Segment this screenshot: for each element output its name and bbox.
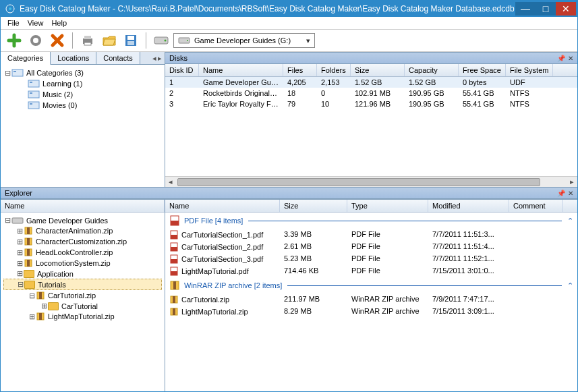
col-explorer-name[interactable]: Name <box>1 200 165 212</box>
scroll-left-icon[interactable]: ◂ <box>165 177 176 186</box>
tree-node-learning[interactable]: Learning (1) <box>42 80 82 88</box>
file-row[interactable]: CarTutorialSection_3.pdf5.23 MBPDF File7… <box>165 253 577 265</box>
col-fs[interactable]: File System <box>506 64 553 76</box>
scroll-right-icon[interactable]: ▸ <box>567 177 577 186</box>
file-row[interactable]: LightMapTutorial.pdf714.46 KBPDF File7/1… <box>165 265 577 277</box>
open-button[interactable] <box>100 31 119 50</box>
collapse-group-icon[interactable]: ⌃ <box>567 217 573 225</box>
panel-close-icon[interactable]: ✕ <box>568 55 573 62</box>
expand-icon[interactable]: ⊞ <box>16 248 24 257</box>
tree-node[interactable]: Application <box>37 270 74 278</box>
tree-node[interactable]: LocomotionSystem.zip <box>36 259 111 267</box>
menu-help[interactable]: Help <box>51 19 67 27</box>
disk-row[interactable]: 1Game Developer Guides4,2052,1531.52 GB1… <box>165 77 577 88</box>
tree-node-all[interactable]: All Categories (3) <box>26 69 84 77</box>
file-grid-header: Name Size Type Modified Comment <box>165 200 577 213</box>
collapse-icon[interactable]: ⊟ <box>16 280 24 289</box>
expand-icon[interactable]: ⊞ <box>28 312 36 321</box>
col-folders[interactable]: Folders <box>317 64 351 76</box>
minimize-button[interactable]: — <box>515 2 536 16</box>
add-button[interactable] <box>5 31 24 50</box>
category-icon <box>11 68 24 78</box>
tree-node[interactable]: CarTutorial.zip <box>48 291 96 300</box>
settings-button[interactable] <box>26 31 45 50</box>
col-file-name[interactable]: Name <box>165 200 280 212</box>
col-free[interactable]: Free Space <box>459 64 506 76</box>
maximize-button[interactable]: □ <box>536 2 556 16</box>
col-file-modified[interactable]: Modified <box>428 200 509 212</box>
disk-row[interactable]: 2Rocketbirds Original So...180102.91 MB1… <box>165 88 577 99</box>
expand-icon[interactable]: ⊞ <box>16 237 24 246</box>
col-name[interactable]: Name <box>199 64 283 76</box>
explorer-tree[interactable]: ⊟Game Developer Guides ⊞CharacterAnimati… <box>1 213 165 391</box>
tab-scroll-right-icon[interactable]: ▸ <box>158 54 162 63</box>
col-files[interactable]: Files <box>283 64 317 76</box>
menu-view[interactable]: View <box>28 19 44 27</box>
tree-node-movies[interactable]: Movies (0) <box>42 101 77 109</box>
tab-scroll-left-icon[interactable]: ◂ <box>152 54 156 63</box>
svg-rect-42 <box>171 259 177 263</box>
close-button[interactable]: ✕ <box>556 2 576 16</box>
collapse-icon[interactable]: ⊟ <box>28 291 36 300</box>
drive-select-label: Game Developer Guides (G:) <box>194 36 291 45</box>
titlebar[interactable]: Easy Disk Catalog Maker - C:\Users\Ravi.… <box>1 1 577 17</box>
group-pdf[interactable]: PDF File [4 items]⌃ <box>165 213 577 229</box>
col-file-size[interactable]: Size <box>280 200 347 212</box>
svg-point-3 <box>34 39 37 42</box>
pin-icon[interactable]: 📌 <box>557 190 565 197</box>
expand-icon[interactable]: ⊞ <box>16 259 24 268</box>
file-row[interactable]: CarTutorialSection_1.pdf3.39 MBPDF File7… <box>165 229 577 241</box>
scan-drive-button[interactable] <box>152 31 171 50</box>
tab-locations[interactable]: Locations <box>51 52 96 64</box>
tree-node[interactable]: CharacterAnimation.zip <box>36 227 113 235</box>
tab-categories[interactable]: Categories <box>1 52 51 65</box>
col-diskid[interactable]: Disk ID <box>165 64 199 76</box>
collapse-icon[interactable]: ⊟ <box>3 216 11 225</box>
tree-node[interactable]: CharacterCustomization.zip <box>36 237 127 246</box>
collapse-icon[interactable]: ⊟ <box>3 69 11 78</box>
file-row[interactable]: LightMapTutorial.zip8.29 MBWinRAR ZIP ar… <box>165 306 577 318</box>
drive-select[interactable]: Game Developer Guides (G:) <box>173 33 315 48</box>
tree-root[interactable]: Game Developer Guides <box>26 217 108 225</box>
panel-close-icon[interactable]: ✕ <box>568 190 573 197</box>
collapse-group-icon[interactable]: ⌃ <box>567 281 573 290</box>
file-row[interactable]: CarTutorial.zip211.97 MBWinRAR ZIP archi… <box>165 293 577 306</box>
disks-hscrollbar[interactable]: ◂▸ <box>165 176 577 187</box>
pdf-icon <box>169 267 179 276</box>
expand-icon[interactable]: ⊞ <box>16 269 24 278</box>
categories-tree[interactable]: ⊟All Categories (3) Learning (1) Music (… <box>1 65 165 187</box>
svg-rect-38 <box>171 235 177 239</box>
pdf-icon <box>169 215 180 226</box>
pin-icon[interactable]: 📌 <box>557 55 565 62</box>
tree-node[interactable]: CarTutorial <box>61 302 98 310</box>
col-file-comment[interactable]: Comment <box>509 200 563 212</box>
menu-file[interactable]: File <box>7 19 20 27</box>
folder-icon <box>24 270 34 278</box>
save-button[interactable] <box>121 31 140 50</box>
delete-button[interactable] <box>48 31 67 50</box>
tab-contacts[interactable]: Contacts <box>96 52 140 64</box>
left-tabbar: Categories Locations Contacts ◂▸ <box>1 52 165 65</box>
expand-icon[interactable]: ⊞ <box>16 227 24 235</box>
svg-rect-32 <box>39 292 42 299</box>
col-size[interactable]: Size <box>351 64 405 76</box>
app-icon <box>5 3 16 14</box>
tree-node[interactable]: LightMapTutorial.zip <box>48 312 115 320</box>
disks-grid-body[interactable]: 1Game Developer Guides4,2052,1531.52 GB1… <box>165 77 577 176</box>
group-zip[interactable]: WinRAR ZIP archive [2 items]⌃ <box>165 277 577 293</box>
tree-node-tutorials[interactable]: Tutorials <box>38 281 66 289</box>
col-capacity[interactable]: Capacity <box>405 64 459 76</box>
svg-rect-21 <box>30 103 32 105</box>
file-row[interactable]: CarTutorialSection_2.pdf2.61 MBPDF File7… <box>165 241 577 253</box>
col-file-type[interactable]: Type <box>347 200 428 212</box>
svg-rect-20 <box>28 102 39 109</box>
tree-node-music[interactable]: Music (2) <box>42 90 73 99</box>
svg-rect-15 <box>13 71 16 72</box>
disk-row[interactable]: 3Eric Taylor Royalty Fre...7910121.96 MB… <box>165 99 577 109</box>
file-list-panel: Name Size Type Modified Comment PDF File… <box>165 200 577 391</box>
tree-node[interactable]: HeadLookController.zip <box>36 248 113 256</box>
scroll-thumb[interactable] <box>177 178 540 186</box>
file-grid-body[interactable]: PDF File [4 items]⌃ CarTutorialSection_1… <box>165 213 577 391</box>
expand-icon[interactable]: ⊞ <box>40 302 48 310</box>
print-button[interactable] <box>78 31 97 50</box>
